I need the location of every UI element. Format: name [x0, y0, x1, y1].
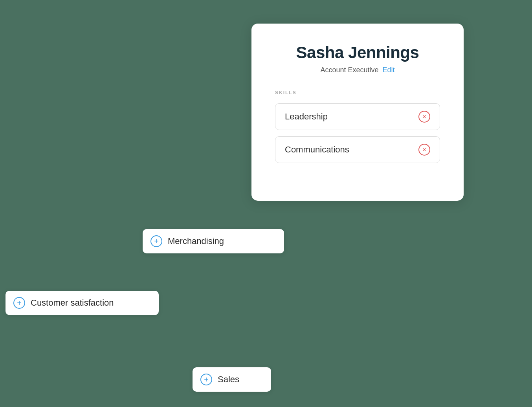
- remove-icon-leadership: ×: [422, 113, 427, 120]
- skill-tag-communications: Communications ×: [275, 136, 440, 163]
- profile-card: Sasha Jennings Account Executive Edit SK…: [251, 24, 464, 201]
- floating-tag-sales[interactable]: + Sales: [193, 367, 271, 392]
- remove-icon-communications: ×: [422, 146, 427, 153]
- skill-label-communications: Communications: [285, 145, 349, 155]
- floating-tag-customer-satisfaction[interactable]: + Customer satisfaction: [6, 291, 159, 315]
- add-icon-customer-satisfaction[interactable]: +: [13, 297, 25, 309]
- tag-label-customer-satisfaction: Customer satisfaction: [31, 298, 114, 308]
- plus-icon-sales: +: [204, 376, 209, 383]
- floating-tag-merchandising[interactable]: + Merchandising: [143, 229, 284, 253]
- add-icon-merchandising[interactable]: +: [150, 235, 162, 247]
- job-title: Account Executive: [320, 66, 378, 74]
- skill-label-leadership: Leadership: [285, 112, 328, 122]
- title-row: Account Executive Edit: [275, 66, 440, 74]
- skill-tag-leadership: Leadership ×: [275, 103, 440, 130]
- tag-label-sales: Sales: [218, 374, 239, 385]
- person-name: Sasha Jennings: [275, 43, 440, 62]
- edit-link[interactable]: Edit: [383, 66, 395, 74]
- add-icon-sales[interactable]: +: [200, 374, 212, 385]
- tag-label-merchandising: Merchandising: [168, 236, 224, 246]
- remove-skill-communications[interactable]: ×: [418, 144, 430, 156]
- remove-skill-leadership[interactable]: ×: [418, 111, 430, 123]
- plus-icon-customer-satisfaction: +: [17, 299, 22, 307]
- plus-icon-merchandising: +: [154, 237, 159, 245]
- skills-section-label: SKILLS: [275, 90, 440, 95]
